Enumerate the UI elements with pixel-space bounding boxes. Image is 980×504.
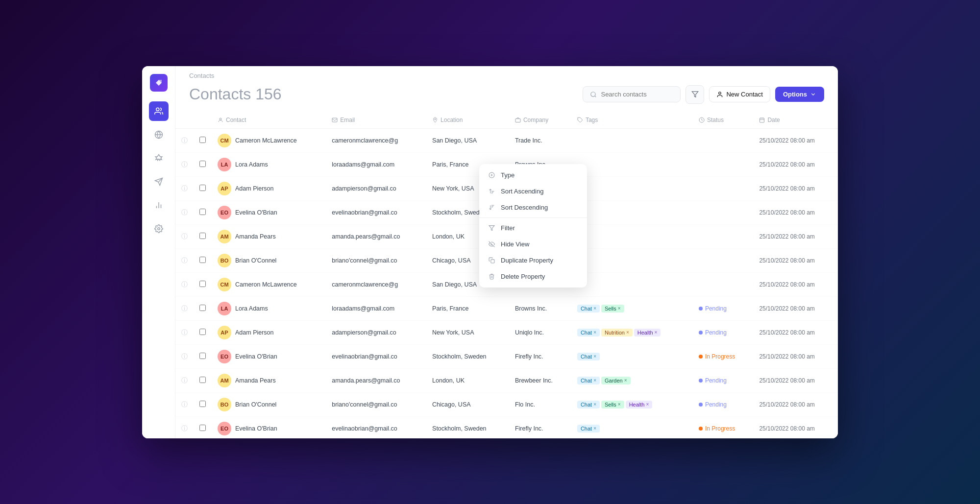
row-checkbox[interactable] <box>199 233 206 239</box>
row-checkbox[interactable] <box>199 257 206 263</box>
contact-date: 25/10/2022 08:00 am <box>753 392 838 416</box>
sidebar-item-settings[interactable] <box>149 219 169 239</box>
tag-badge: Garden × <box>601 377 631 384</box>
app-logo <box>150 74 168 92</box>
svg-point-8 <box>157 227 160 230</box>
contact-tags <box>571 200 693 224</box>
contact-date: 25/10/2022 08:00 am <box>753 248 838 272</box>
col-status: Status <box>693 112 753 129</box>
contact-company: Flo Inc. <box>509 392 571 416</box>
dropdown-item-label: Duplicate Property <box>501 257 553 264</box>
tag-remove-chat[interactable]: × <box>593 426 596 431</box>
dropdown-item-duplicate-property[interactable]: Duplicate Property <box>479 252 587 268</box>
row-info-icon[interactable]: ⓘ <box>181 377 188 384</box>
col-email: Email <box>326 112 426 129</box>
contact-email: loraadams@gmail.com <box>326 152 426 176</box>
row-info-icon[interactable]: ⓘ <box>181 353 188 360</box>
options-button[interactable]: Options <box>775 87 824 102</box>
contact-name: Evelina O'Brian <box>235 209 277 216</box>
contact-location: Chicago, USA <box>426 392 509 416</box>
search-box[interactable] <box>583 86 681 102</box>
avatar: BO <box>218 398 231 411</box>
sidebar-item-rocket[interactable] <box>149 148 169 168</box>
row-info-icon[interactable]: ⓘ <box>181 281 188 288</box>
row-checkbox[interactable] <box>199 377 206 383</box>
table-row: ⓘ EO Evelina O'Brian evelinaobrian@gmail… <box>175 344 838 368</box>
row-checkbox[interactable] <box>199 353 206 359</box>
dropdown-item-filter[interactable]: Filter <box>479 220 587 236</box>
row-checkbox[interactable] <box>199 137 206 143</box>
contact-date: 25/10/2022 08:00 am <box>753 176 838 200</box>
contact-status <box>693 248 753 272</box>
tag-badge: Chat × <box>577 305 600 312</box>
tag-remove-health[interactable]: × <box>646 402 649 407</box>
tag-remove-chat[interactable]: × <box>593 306 596 311</box>
search-input[interactable] <box>601 91 669 98</box>
contact-email: cameronmclawrence@g <box>326 128 426 152</box>
dropdown-item-hide-view[interactable]: Hide View <box>479 236 587 252</box>
tag-remove-sells[interactable]: × <box>618 402 621 407</box>
sidebar-item-chart[interactable] <box>149 195 169 215</box>
contact-email: briano'connel@gmail.co <box>326 248 426 272</box>
dropdown-item-sort-descending[interactable]: Sort Descending <box>479 199 587 216</box>
tag-remove-health[interactable]: × <box>655 330 658 335</box>
row-info-icon[interactable]: ⓘ <box>181 137 188 144</box>
row-checkbox[interactable] <box>199 425 206 431</box>
sidebar-item-globe[interactable] <box>149 125 169 144</box>
contact-name: Evelina O'Brian <box>235 353 277 360</box>
tag-remove-chat[interactable]: × <box>593 378 596 383</box>
contact-location: Stockholm, Sweden <box>426 344 509 368</box>
row-info-icon[interactable]: ⓘ <box>181 257 188 264</box>
svg-point-13 <box>220 118 221 120</box>
tag-badge: Nutrition × <box>601 329 633 336</box>
row-info-icon[interactable]: ⓘ <box>181 209 188 216</box>
svg-rect-14 <box>332 118 337 122</box>
contact-company: Brewbeer Inc. <box>509 368 571 392</box>
row-info-icon[interactable]: ⓘ <box>181 161 188 168</box>
row-checkbox[interactable] <box>199 401 206 407</box>
row-checkbox[interactable] <box>199 305 206 311</box>
contact-tags <box>571 176 693 200</box>
contact-name: Lora Adams <box>235 305 268 312</box>
row-checkbox[interactable] <box>199 281 206 287</box>
contact-email: amanda.pears@gmail.co <box>326 224 426 248</box>
tag-badge: Chat × <box>577 377 600 384</box>
dropdown-icon <box>487 257 496 264</box>
page-title: Contacts 156 <box>189 85 282 103</box>
contact-location: New York, USA <box>426 320 509 344</box>
new-contact-button[interactable]: New Contact <box>709 86 770 102</box>
tag-remove-chat[interactable]: × <box>593 354 596 359</box>
dropdown-item-delete-property[interactable]: Delete Property <box>479 268 587 285</box>
sidebar-item-send[interactable] <box>149 172 169 192</box>
row-checkbox[interactable] <box>199 185 206 191</box>
row-checkbox[interactable] <box>199 161 206 167</box>
dropdown-item-type[interactable]: Type <box>479 167 587 183</box>
row-checkbox[interactable] <box>199 329 206 335</box>
contact-name: Cameron McLawrence <box>235 281 297 288</box>
tag-remove-garden[interactable]: × <box>624 378 627 383</box>
row-checkbox[interactable] <box>199 209 206 215</box>
avatar: EO <box>218 350 231 363</box>
tag-remove-nutrition[interactable]: × <box>626 330 629 335</box>
col-tags[interactable]: Tags <box>571 112 693 129</box>
tag-remove-sells[interactable]: × <box>618 306 621 311</box>
contact-date: 25/10/2022 08:00 am <box>753 224 838 248</box>
contact-tags: Chat × <box>571 344 693 368</box>
row-info-icon[interactable]: ⓘ <box>181 329 188 336</box>
contact-status: In Progress <box>693 416 753 438</box>
row-info-icon[interactable]: ⓘ <box>181 425 188 432</box>
row-info-icon[interactable]: ⓘ <box>181 401 188 408</box>
filter-button[interactable] <box>686 85 704 104</box>
sidebar-item-contacts[interactable] <box>149 101 169 121</box>
contact-email: amanda.pears@gmail.co <box>326 368 426 392</box>
dropdown-item-label: Filter <box>501 224 515 232</box>
tag-remove-chat[interactable]: × <box>593 402 596 407</box>
row-info-icon[interactable]: ⓘ <box>181 185 188 192</box>
avatar: LA <box>218 158 231 171</box>
dropdown-item-label: Type <box>501 171 514 179</box>
dropdown-item-sort-ascending[interactable]: Sort Ascending <box>479 183 587 199</box>
row-info-icon[interactable]: ⓘ <box>181 233 188 240</box>
row-info-icon[interactable]: ⓘ <box>181 305 188 312</box>
contact-status <box>693 152 753 176</box>
tag-remove-chat[interactable]: × <box>593 330 596 335</box>
